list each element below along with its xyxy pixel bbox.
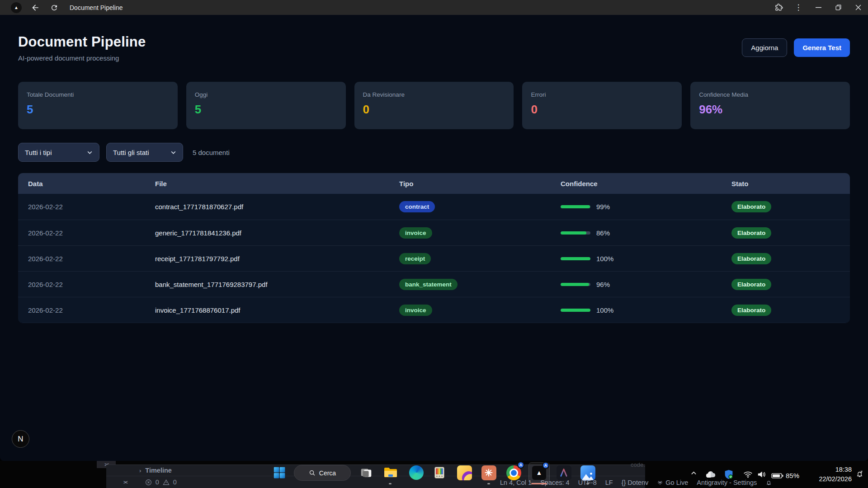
errors-icon xyxy=(145,479,152,486)
security-shield-icon[interactable] xyxy=(724,469,733,481)
row-date: 2026-02-22 xyxy=(18,203,145,211)
active-app-indicator xyxy=(531,483,547,484)
col-confidence: Confidence xyxy=(551,180,722,188)
table-row[interactable]: 2026-02-22 receipt_1771781797792.pdf rec… xyxy=(18,245,850,271)
timeline-section[interactable]: Timeline xyxy=(145,467,172,474)
screen: ▲ Document Pipeline ⋮ Document P xyxy=(0,0,868,488)
triangle-logo-icon: ▲ xyxy=(536,469,542,476)
document-pipeline-page: Document Pipeline AI-powered document pr… xyxy=(0,15,868,461)
refresh-button[interactable]: Aggiorna xyxy=(742,38,787,57)
tray-clock[interactable]: 18:38 22/02/2026 xyxy=(808,465,852,484)
status-badge: Elaborato xyxy=(731,279,771,290)
stat-value: 96% xyxy=(699,103,841,117)
confidence-value: 100% xyxy=(596,306,613,314)
restore-button[interactable] xyxy=(828,0,848,15)
confidence-bar xyxy=(561,257,590,260)
tray-overflow-chevron[interactable] xyxy=(690,470,697,479)
generate-test-button[interactable]: Genera Test xyxy=(794,38,850,57)
volume-icon[interactable] xyxy=(757,471,766,480)
stat-card-review: Da Revisionare 0 xyxy=(354,82,514,129)
row-file: receipt_1771781797792.pdf xyxy=(145,255,389,263)
remote-indicator-icon[interactable]: >< xyxy=(123,480,127,485)
confidence-value: 86% xyxy=(596,229,610,237)
stat-card-confidence: Confidence Media 96% xyxy=(690,82,850,129)
row-date: 2026-02-22 xyxy=(18,306,145,314)
confidence-value: 99% xyxy=(596,203,610,211)
status-filter-select[interactable]: Tutti gli stati xyxy=(106,143,183,162)
browser-titlebar: ▲ Document Pipeline ⋮ xyxy=(0,0,868,15)
type-badge: invoice xyxy=(399,227,432,239)
taskbar-search[interactable]: Cerca xyxy=(294,465,351,481)
wifi-icon[interactable] xyxy=(743,471,753,480)
close-button[interactable] xyxy=(848,0,868,15)
page-subtitle: AI-powered document processing xyxy=(18,54,850,62)
chevron-down-icon xyxy=(170,150,176,155)
notification-bell-icon[interactable] xyxy=(855,470,864,480)
bell-icon[interactable] xyxy=(765,479,772,486)
antigravity-browser-button-active[interactable]: ▲ A xyxy=(528,462,550,483)
extensions-icon[interactable] xyxy=(769,0,788,15)
stat-label: Oggi xyxy=(195,91,337,98)
running-indicator xyxy=(389,483,392,484)
photos-button[interactable] xyxy=(579,464,597,482)
go-live-button[interactable]: Go Live xyxy=(657,479,688,486)
confidence-value: 100% xyxy=(596,255,613,263)
type-badge: invoice xyxy=(399,305,432,316)
antigravity-ide-button[interactable] xyxy=(555,464,573,482)
battery-indicator[interactable]: 85% xyxy=(771,472,799,479)
stat-value: 0 xyxy=(531,103,673,117)
yellow-purple-app-button[interactable] xyxy=(455,464,473,482)
table-row[interactable]: 2026-02-22 generic_1771781841236.pdf inv… xyxy=(18,220,850,245)
back-button[interactable] xyxy=(30,2,41,13)
running-indicator xyxy=(586,483,589,484)
status-badge: Elaborato xyxy=(731,201,771,212)
col-file: File xyxy=(145,180,389,188)
warning-count[interactable]: 0 xyxy=(173,479,177,486)
onedrive-icon[interactable] xyxy=(705,470,716,480)
language-mode[interactable]: {} Dotenv xyxy=(622,479,649,486)
stat-label: Totale Documenti xyxy=(27,91,169,98)
table-row[interactable]: 2026-02-22 contract_1771781870627.pdf co… xyxy=(18,194,850,220)
chrome-button[interactable]: A xyxy=(505,464,523,482)
confidence-fill xyxy=(561,309,590,312)
chevron-down-icon xyxy=(87,150,93,155)
row-file: generic_1771781841236.pdf xyxy=(145,229,389,237)
stat-card-total: Totale Documenti 5 xyxy=(18,82,178,129)
media-player-button[interactable] xyxy=(430,464,448,482)
confidence-fill xyxy=(561,283,589,286)
nextjs-dev-badge[interactable]: N xyxy=(12,430,29,448)
type-filter-select[interactable]: Tutti i tipi xyxy=(18,143,99,162)
battery-percent: 85% xyxy=(786,472,799,479)
type-filter-value: Tutti i tipi xyxy=(25,149,52,156)
row-file: invoice_1771768876017.pdf xyxy=(145,306,389,314)
stat-label: Da Revisionare xyxy=(363,91,505,98)
file-explorer-button[interactable] xyxy=(381,464,399,482)
table-row[interactable]: 2026-02-22 bank_statement_1771769283797.… xyxy=(18,271,850,297)
row-date: 2026-02-22 xyxy=(18,281,145,288)
status-badge: Elaborato xyxy=(731,227,771,239)
confidence-fill xyxy=(561,257,590,260)
confidence-fill xyxy=(561,231,586,235)
start-button[interactable] xyxy=(270,464,288,482)
confidence-bar xyxy=(561,283,590,286)
claude-app-button[interactable] xyxy=(480,464,498,482)
status-badge: Elaborato xyxy=(731,305,771,316)
chevron-right-icon: › xyxy=(139,467,141,474)
confidence-bar xyxy=(561,205,590,208)
search-icon xyxy=(309,469,316,476)
stat-label: Errori xyxy=(531,91,673,98)
confidence-fill xyxy=(561,205,590,208)
row-date: 2026-02-22 xyxy=(18,229,145,237)
browser-menu-icon[interactable]: ⋮ xyxy=(788,0,808,15)
confidence-bar xyxy=(561,231,590,235)
minimize-button[interactable] xyxy=(808,0,828,15)
reload-button[interactable] xyxy=(49,2,60,13)
task-view-button[interactable] xyxy=(357,464,375,482)
table-row[interactable]: 2026-02-22 invoice_1771768876017.pdf inv… xyxy=(18,297,850,323)
edge-button[interactable] xyxy=(407,464,425,482)
eol[interactable]: LF xyxy=(605,479,613,486)
documents-table: Data File Tipo Confidence Stato 2026-02-… xyxy=(18,173,850,323)
error-count[interactable]: 0 xyxy=(156,479,159,486)
stat-card-today: Oggi 5 xyxy=(186,82,346,129)
page-title: Document Pipeline xyxy=(18,34,850,50)
